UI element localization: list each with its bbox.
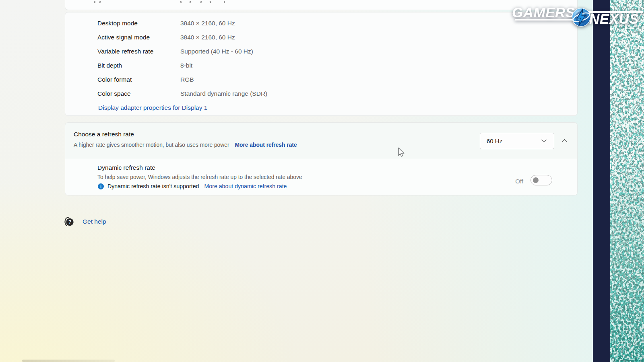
- info-row-label: Color format: [97, 76, 180, 83]
- display-information-card: Desktop mode 3840 × 2160, 60 Hz Active s…: [65, 12, 578, 116]
- info-row: Color space Standard dynamic range (SDR): [65, 86, 577, 101]
- dynamic-refresh-rate-description: To help save power, Windows adjusts the …: [97, 174, 302, 180]
- info-row-label: Bit depth: [97, 62, 180, 69]
- get-help-icon: ?: [64, 216, 75, 227]
- info-row-label: Color space: [97, 90, 180, 97]
- chevron-down-icon: [541, 137, 547, 142]
- info-row-value: 3840 × 2160, 60 Hz: [180, 34, 235, 41]
- clipped-top-card: [65, 0, 578, 10]
- info-row-value: RGB: [180, 76, 194, 83]
- dynamic-refresh-rate-title: Dynamic refresh rate: [97, 164, 155, 171]
- clipped-text-fragment: [224, 1, 225, 3]
- svg-text:?: ?: [68, 219, 72, 225]
- toggle-knob: [533, 177, 539, 183]
- taskbar-edge-shadow: [22, 360, 115, 362]
- display-adapter-properties-link[interactable]: Display adapter properties for Display 1: [98, 104, 207, 111]
- more-about-refresh-rate-link[interactable]: More about refresh rate: [235, 142, 297, 148]
- clipped-text-fragment: [200, 1, 202, 3]
- info-row-label: Variable refresh rate: [97, 48, 180, 55]
- dynamic-refresh-rate-section: Dynamic refresh rate To help save power,…: [65, 159, 578, 195]
- info-row: Color format RGB: [65, 72, 577, 86]
- clipped-text-fragment: [210, 1, 211, 3]
- clipped-text-fragment: [94, 1, 95, 3]
- refresh-rate-dropdown[interactable]: 60 Hz: [480, 133, 554, 149]
- info-icon: i: [98, 183, 104, 189]
- dynamic-refresh-rate-toggle[interactable]: [530, 175, 552, 185]
- clipped-text-fragment: [99, 1, 101, 4]
- info-row-value: Supported (40 Hz - 60 Hz): [180, 48, 253, 55]
- info-row-value: Standard dynamic range (SDR): [180, 90, 267, 97]
- toggle-state-label: Off: [502, 178, 523, 185]
- info-row: Bit depth 8-bit: [65, 58, 577, 72]
- refresh-rate-title: Choose a refresh rate: [74, 131, 134, 138]
- info-row: Variable refresh rate Supported (40 Hz -…: [65, 44, 577, 58]
- info-row-value: 3840 × 2160, 60 Hz: [180, 20, 235, 27]
- get-help-link[interactable]: Get help: [83, 218, 106, 225]
- info-row-label: Active signal mode: [97, 34, 180, 41]
- expander-collapse-button[interactable]: [559, 136, 569, 145]
- info-row: Desktop mode 3840 × 2160, 60 Hz: [65, 16, 577, 30]
- more-about-dynamic-refresh-rate-link[interactable]: More about dynamic refresh rate: [204, 183, 287, 189]
- refresh-rate-dropdown-value: 60 Hz: [487, 138, 502, 144]
- info-row-value: 8-bit: [180, 62, 192, 69]
- clipped-text-fragment: [180, 1, 182, 3]
- clipped-text-fragment: [190, 1, 191, 3]
- refresh-rate-subtitle: A higher rate gives smoother motion, but…: [74, 142, 229, 148]
- background-window-strip: [593, 0, 610, 362]
- info-row-label: Desktop mode: [97, 20, 180, 27]
- screen: Desktop mode 3840 × 2160, 60 Hz Active s…: [0, 0, 644, 362]
- refresh-rate-card: Choose a refresh rate A higher rate give…: [65, 122, 578, 159]
- chevron-up-icon: [562, 139, 567, 144]
- info-row: Active signal mode 3840 × 2160, 60 Hz: [65, 30, 577, 44]
- dynamic-refresh-rate-status: Dynamic refresh rate isn't supported: [107, 183, 199, 189]
- desktop-wallpaper-strip: [610, 0, 644, 362]
- get-help-row[interactable]: ? Get help: [64, 216, 106, 227]
- mouse-cursor: [398, 147, 406, 158]
